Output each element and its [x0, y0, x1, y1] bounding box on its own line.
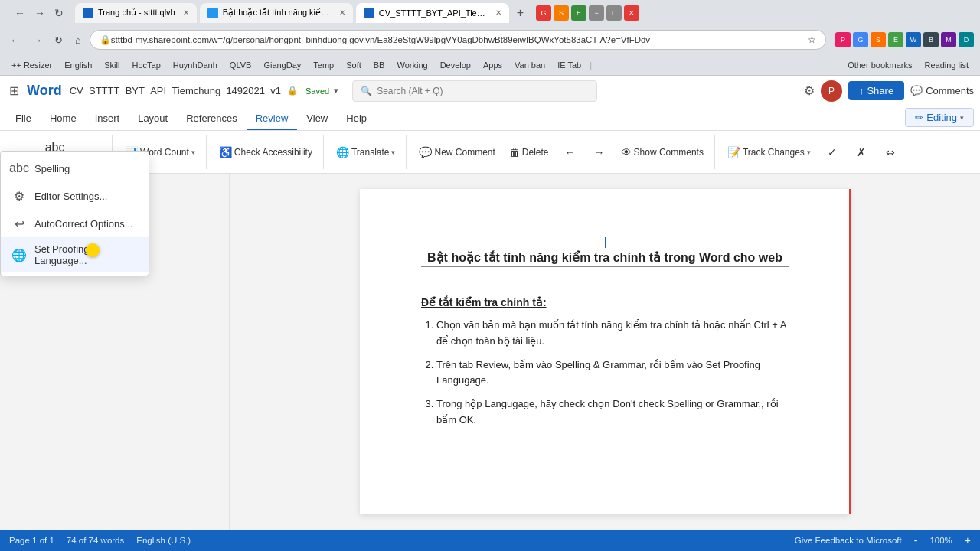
browser-extensions: G S E − □ ✕ [536, 5, 639, 21]
zoom-out-button[interactable]: - [914, 534, 918, 546]
tab-3-close[interactable]: ✕ [495, 8, 501, 17]
menu-item-autocorrect[interactable]: ↩ AutoCorrect Options... [1, 210, 149, 237]
tab-2-icon [207, 8, 218, 18]
show-comments-label: Show Comments [634, 147, 704, 158]
document-content[interactable]: Bật hoặc tắt tính năng kiểm tra chính tả… [230, 174, 980, 530]
share-button[interactable]: ↑ Share [848, 81, 904, 100]
menu-item-editor-settings[interactable]: ⚙ Editor Settings... [1, 182, 149, 210]
star-icon[interactable]: ☆ [808, 34, 816, 45]
feedback-link[interactable]: Give Feedback to Microsoft [795, 536, 902, 545]
forward-nav-button[interactable]: → [28, 31, 46, 49]
bm-reading-list[interactable]: Reading list [920, 58, 974, 72]
header-search-box[interactable]: 🔍 [352, 80, 597, 102]
compare-button[interactable]: ⇔ [877, 144, 904, 161]
zoom-in-button[interactable]: + [965, 534, 971, 546]
tab-file[interactable]: File [6, 108, 41, 130]
bookmarks-bar: ++ Resizer English Skill HocTap HuynhDan… [0, 54, 980, 76]
tab-help[interactable]: Help [337, 108, 376, 130]
add-tab-button[interactable]: + [512, 6, 528, 20]
language-status[interactable]: English (U.S.) [136, 536, 191, 545]
ext-d-icon[interactable]: D [959, 32, 974, 47]
accept-button[interactable]: ✓ [818, 144, 846, 161]
home-nav-button[interactable]: ⌂ [71, 31, 85, 49]
prev-icon: ← [565, 146, 576, 158]
bm-ietab[interactable]: IE Tab [552, 58, 586, 72]
reject-icon: ✗ [857, 146, 866, 158]
doc-step-1: Chọn văn bản mà bạn muốn tắt tính năng k… [436, 318, 789, 350]
delete-comment-button[interactable]: 🗑 Delete [503, 142, 555, 163]
ext-profile-icon[interactable]: P [835, 32, 851, 47]
forward-button[interactable]: → [32, 5, 47, 21]
tab-references[interactable]: References [177, 108, 246, 130]
bm-huynhdanh[interactable]: HuynhDanh [168, 58, 223, 72]
tab-1-close[interactable]: ✕ [183, 8, 189, 17]
doc-step-3: Trong hộp Langugage, hãy check chọn Don'… [436, 396, 789, 429]
user-avatar[interactable]: P [821, 80, 842, 102]
spelling-menu-icon: abc [11, 161, 27, 176]
tab-view[interactable]: View [297, 108, 337, 130]
editing-mode-dropdown[interactable]: ✏ Editing ▾ [905, 108, 974, 127]
bm-skill[interactable]: Skill [99, 58, 125, 72]
ext-google-icon[interactable]: G [853, 32, 868, 47]
ext-e-icon[interactable]: E [888, 32, 903, 47]
close-window-button[interactable]: ✕ [624, 5, 639, 21]
prev-comment-button[interactable]: ← [557, 144, 584, 161]
bm-giangday[interactable]: GiangDay [258, 58, 306, 72]
ext-w-icon[interactable]: W [906, 32, 921, 47]
page-info[interactable]: Page 1 of 1 [9, 536, 54, 545]
ext-b-icon[interactable]: B [923, 32, 939, 47]
track-changes-group: 📝 Track Changes ▾ ✓ ✗ ⇔ [717, 135, 909, 169]
search-input[interactable] [377, 86, 589, 96]
bm-english[interactable]: English [59, 58, 97, 72]
share-icon: ↑ [859, 85, 864, 96]
bm-apps[interactable]: Apps [478, 58, 508, 72]
bm-temp[interactable]: Temp [308, 58, 339, 72]
show-comments-icon: 👁 [621, 146, 632, 158]
bm-resizer[interactable]: ++ Resizer [6, 58, 57, 72]
menu-item-spelling[interactable]: abc Spelling [1, 155, 149, 182]
word-count-status[interactable]: 74 of 74 words [67, 536, 124, 545]
translate-button[interactable]: 🌐 Translate ▾ [330, 142, 402, 163]
track-changes-button[interactable]: 📝 Track Changes ▾ [721, 142, 817, 163]
maximize-button[interactable]: □ [606, 5, 622, 21]
bm-working[interactable]: Working [391, 58, 433, 72]
bm-soft[interactable]: Soft [341, 58, 367, 72]
tab-2-close[interactable]: ✕ [339, 8, 345, 17]
delete-icon: 🗑 [509, 146, 520, 158]
tab-1[interactable]: Trang chủ - stttt.qlvb ✕ [75, 3, 197, 23]
ext-2-icon[interactable]: S [554, 5, 569, 21]
bm-bb[interactable]: BB [368, 58, 390, 72]
tab-home[interactable]: Home [41, 108, 86, 130]
ext-1-icon[interactable]: G [536, 5, 551, 21]
tab-2[interactable]: Bật hoặc tắt tính năng kiểm tra... ✕ [200, 3, 353, 23]
next-comment-button[interactable]: → [586, 144, 613, 161]
settings-icon[interactable]: ⚙ [804, 83, 815, 98]
doc-menu-arrow[interactable]: ▾ [334, 86, 338, 96]
grid-icon[interactable]: ⊞ [6, 80, 22, 101]
ext-3-icon[interactable]: E [571, 5, 586, 21]
ext-m-icon[interactable]: M [941, 32, 956, 47]
tab-insert[interactable]: Insert [86, 108, 129, 130]
back-nav-button[interactable]: ← [6, 31, 24, 49]
reject-button[interactable]: ✗ [848, 144, 875, 161]
tab-review[interactable]: Review [247, 108, 298, 130]
new-comment-icon: 💬 [419, 146, 432, 158]
bm-other-bookmarks[interactable]: Other bookmarks [842, 58, 917, 72]
ext-s-icon[interactable]: S [871, 32, 886, 47]
minimize-button[interactable]: − [589, 5, 604, 21]
bm-vanban[interactable]: Van ban [509, 58, 550, 72]
new-comment-button[interactable]: 💬 New Comment [413, 142, 501, 163]
refresh-nav-button[interactable]: ↻ [51, 31, 67, 49]
bm-qlvb[interactable]: QLVB [224, 58, 257, 72]
bm-develop[interactable]: Develop [435, 58, 476, 72]
menu-item-set-proofing[interactable]: 🌐 Set Proofing Language... [1, 237, 149, 272]
refresh-button[interactable]: ↻ [52, 5, 66, 21]
tab-layout[interactable]: Layout [129, 108, 177, 130]
comments-button[interactable]: 💬 Comments [910, 85, 974, 96]
check-accessibility-button[interactable]: ♿ Check Accessibility [213, 142, 318, 163]
bm-hoctap[interactable]: HocTap [126, 58, 165, 72]
address-bar[interactable]: 🔒 stttbd-my.sharepoint.com/w=/g/personal… [90, 30, 826, 50]
tab-3[interactable]: CV_STTTT_BYT_API_Tiemchung... ✕ [356, 3, 509, 23]
back-button[interactable]: ← [12, 5, 28, 21]
show-comments-button[interactable]: 👁 Show Comments [615, 142, 710, 163]
